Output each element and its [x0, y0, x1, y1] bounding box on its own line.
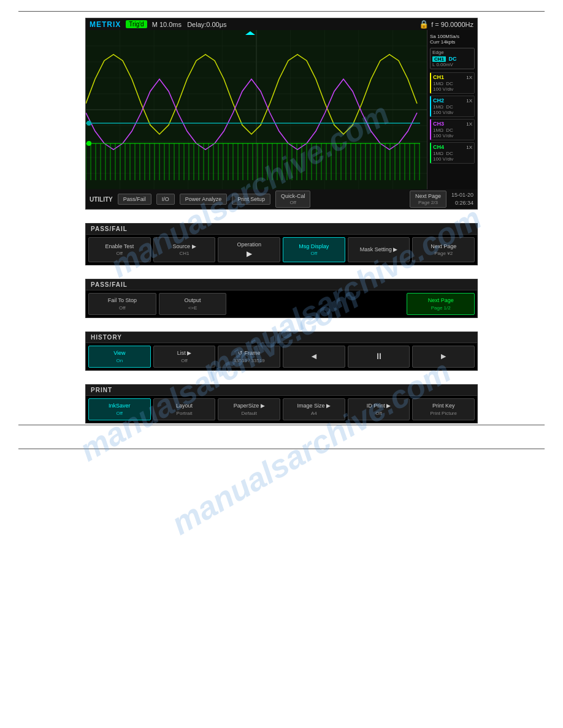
printkey-button[interactable]: Print KeyPrint Picture	[412, 398, 475, 420]
inksaver-button[interactable]: InkSaverOff	[88, 398, 151, 420]
print-setup-button[interactable]: Print Setup	[232, 194, 270, 205]
scope-freq-right: 🔒 f = 90.0000Hz	[419, 20, 473, 29]
passfail-1-buttons: Enable TestOff Source ▶CH1 Operation▶ Ms…	[86, 235, 477, 265]
grid-svg	[86, 30, 427, 189]
spacer-3	[348, 293, 405, 315]
next-frame-button[interactable]: ►	[412, 346, 475, 368]
papersize-button[interactable]: PaperSize ▶Default	[218, 398, 280, 420]
trig-title: Edge	[432, 50, 472, 55]
date-time: 15-01-20 0:26:34	[451, 191, 473, 207]
next-page-button[interactable]: Next PagePage 2/3	[410, 191, 446, 208]
scope-display: Sa 100MSa/s Curr 14kpts Edge CH1 DC L 0.…	[86, 30, 477, 189]
scope-timebase: M 10.0ms Delay:0.00μs	[152, 21, 227, 28]
quick-cal-button[interactable]: Quick-CalOff	[275, 191, 311, 208]
frequency-value: f = 90.0000Hz	[431, 21, 473, 28]
ch2-info: CH2 1X 1MΩ DC 100 V/div	[430, 96, 475, 117]
utility-label: UTILITY	[90, 196, 113, 203]
print-panel: PRINT InkSaverOff LayoutPortrait PaperSi…	[85, 384, 478, 423]
bottom-rule	[18, 425, 545, 425]
fail-to-stop-button[interactable]: Fail To StopOff	[88, 293, 156, 315]
pause-button[interactable]: ⏸	[348, 346, 410, 368]
scope-topbar: METRIX Trig'd M 10.0ms Delay:0.00μs 🔒 f …	[86, 18, 477, 30]
svg-point-91	[86, 121, 91, 126]
next-page-pf2-button[interactable]: Next PagePage 1/2	[407, 293, 475, 315]
passfail-1-header: PASS/FAIL	[86, 224, 477, 235]
ch4-info: CH4 1X 1MΩ DC 100 V/div	[430, 142, 475, 164]
idprint-button[interactable]: ID Print ▶Off	[348, 398, 410, 420]
spacer-2	[288, 293, 345, 315]
passfail-2-header: PASS/FAIL	[86, 279, 477, 290]
page-container: METRIX Trig'd M 10.0ms Delay:0.00μs 🔒 f …	[0, 18, 563, 423]
sample-rate: Sa 100MSa/s Curr 14kpts	[430, 32, 475, 46]
msg-display-button[interactable]: Msg DisplayOff	[283, 237, 345, 262]
passfail-button[interactable]: Pass/Fail	[118, 194, 151, 205]
trig-channel: CH1 DC	[432, 56, 472, 62]
prev-frame-button[interactable]: ◄	[283, 346, 345, 368]
ch1-info: CH1 1X 1MΩ DC 100 V/div	[430, 72, 475, 94]
ch3-info: CH3 1X 1MΩ DC 100 V/div	[430, 119, 475, 140]
scope-utility-bar: UTILITY Pass/Fail I/O Power Analyze Prin…	[86, 189, 477, 209]
imagesize-button[interactable]: Image Size ▶A4	[283, 398, 345, 420]
operation-button[interactable]: Operation▶	[218, 237, 280, 262]
list-button[interactable]: List ▶Off	[153, 346, 216, 368]
trig-badge: Trig'd	[126, 20, 147, 28]
history-panel: HISTORY ViewOn List ▶Off ↺ Frame33519 / …	[85, 332, 478, 371]
layout-button[interactable]: LayoutPortrait	[153, 398, 216, 420]
passfail-panel-1: PASS/FAIL Enable TestOff Source ▶CH1 Ope…	[85, 223, 478, 265]
play-icon: ▶	[247, 249, 252, 258]
next-page-pf1-button[interactable]: Next PagePage ¥2	[412, 237, 475, 262]
scope-brand: METRIX	[90, 20, 121, 29]
mask-setting-button[interactable]: Mask Setting ▶	[348, 237, 410, 262]
view-button[interactable]: ViewOn	[88, 346, 151, 368]
output-button[interactable]: Output<>E	[159, 293, 227, 315]
io-button[interactable]: I/O	[156, 194, 175, 205]
trig-level: L 0.00mV	[432, 62, 472, 67]
trigger-section: Edge CH1 DC L 0.00mV	[430, 48, 475, 69]
source-button[interactable]: Source ▶CH1	[153, 237, 216, 262]
scope-right-panel: Sa 100MSa/s Curr 14kpts Edge CH1 DC L 0.…	[427, 30, 477, 189]
print-buttons: InkSaverOff LayoutPortrait PaperSize ▶De…	[86, 396, 477, 423]
history-buttons: ViewOn List ▶Off ↺ Frame33519 / 33519 ◄ …	[86, 343, 477, 370]
enable-test-button[interactable]: Enable TestOff	[88, 237, 151, 262]
oscilloscope-screen: METRIX Trig'd M 10.0ms Delay:0.00μs 🔒 f …	[85, 18, 478, 210]
top-rule	[18, 11, 545, 12]
spacer-1	[229, 293, 286, 315]
bottom-rule-hr	[18, 449, 545, 449]
lock-icon: 🔒	[419, 20, 429, 29]
frame-button[interactable]: ↺ Frame33519 / 33519	[218, 346, 280, 368]
print-header: PRINT	[86, 385, 477, 396]
svg-point-90	[86, 141, 91, 146]
history-header: HISTORY	[86, 332, 477, 343]
power-analyze-button[interactable]: Power Analyze	[180, 194, 228, 205]
passfail-panel-2: PASS/FAIL Fail To StopOff Output<>E Next…	[85, 279, 478, 318]
passfail-2-buttons: Fail To StopOff Output<>E Next PagePage …	[86, 290, 477, 317]
scope-grid	[86, 30, 427, 189]
